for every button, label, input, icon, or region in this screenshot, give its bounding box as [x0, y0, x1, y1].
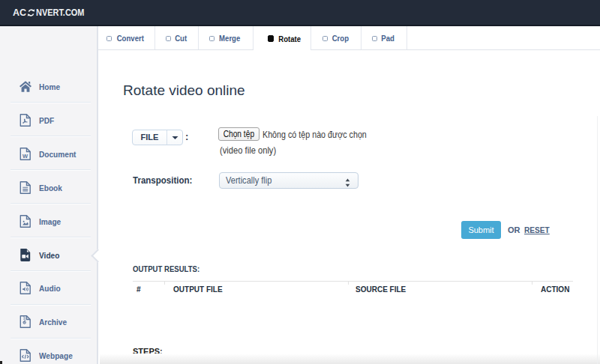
svg-text:W: W — [22, 153, 28, 160]
